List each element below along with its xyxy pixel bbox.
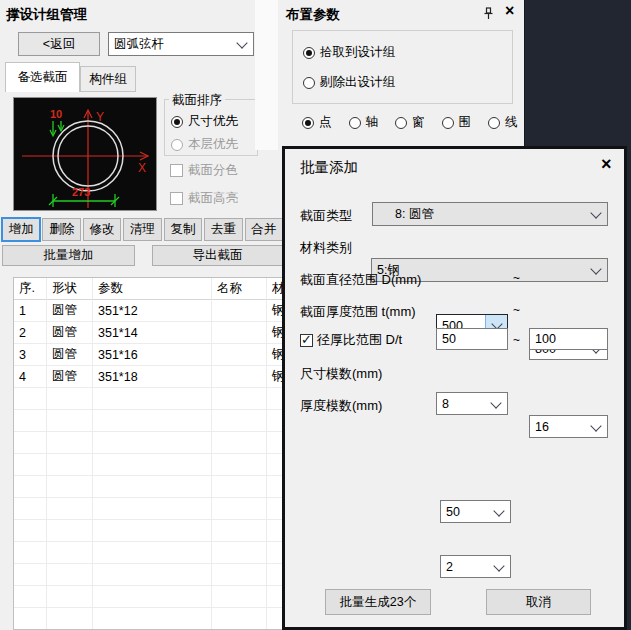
checkbox-label: 截面分色 (188, 162, 238, 179)
dialog-close-icon[interactable]: × (601, 157, 612, 171)
table-row-empty (14, 520, 283, 542)
delete-button[interactable]: 删除 (42, 218, 80, 241)
radio-icon (171, 139, 183, 151)
chevron-down-icon (590, 207, 601, 218)
clean-button[interactable]: 清理 (123, 218, 161, 241)
batch-add-dialog: 批量添加 × 截面类型 8: 圆管 材料类别 5:钢 截面直径范围 D(mm) … (282, 146, 627, 630)
table-row[interactable]: 4 圆管 351*18 钢 (14, 366, 283, 388)
chevron-down-icon (236, 37, 247, 48)
ratio-range-option[interactable]: 径厚比范围 D/t (300, 331, 402, 349)
merge-button[interactable]: 合并 (245, 218, 283, 241)
layout-panel-title: 布置参数 (286, 6, 340, 24)
radio-icon (303, 77, 315, 89)
bulk-add-button[interactable]: 批量增加 (2, 245, 135, 266)
radio-icon (303, 47, 315, 59)
thick-module-combo[interactable]: 2 (440, 555, 511, 578)
table-row[interactable]: 2 圆管 351*14 钢 (14, 322, 283, 344)
dialog-title: 批量添加 (300, 158, 358, 177)
table-header-row: 序. 形状 参数 名称 材质 (14, 278, 283, 300)
checkbox-icon (170, 164, 183, 177)
workspace-gap (255, 0, 278, 150)
checkbox-label: 截面高亮 (188, 190, 238, 207)
col-material: 材质 (267, 278, 283, 300)
table-row-empty (14, 410, 283, 432)
section-type-value: 8: 圆管 (395, 206, 434, 223)
action-button-row: 增加 删除 修改 清理 复制 去重 合并 (2, 218, 283, 241)
tab-member-groups[interactable]: 构件组 (80, 66, 136, 92)
radio-pick-window[interactable]: 窗 (395, 114, 425, 131)
copy-button[interactable]: 复制 (164, 218, 202, 241)
table-row-empty (14, 454, 283, 476)
col-shape: 形状 (47, 278, 93, 300)
checkbox-section-highlight: 截面高亮 (170, 190, 238, 207)
col-params: 参数 (93, 278, 212, 300)
checkbox-icon (170, 192, 183, 205)
range-tilde: ~ (513, 333, 520, 347)
radio-size-priority[interactable]: 尺寸优先 (171, 113, 238, 130)
table-row-empty (14, 542, 283, 564)
radio-pick-point[interactable]: 点 (302, 114, 332, 131)
batch-generate-button[interactable]: 批量生成23个 (325, 589, 431, 615)
thickness-from-combo[interactable]: 8 (436, 392, 508, 415)
size-module-value: 50 (446, 505, 460, 519)
back-button[interactable]: <返回 (18, 32, 100, 56)
checkbox-icon[interactable] (300, 334, 313, 347)
pick-mode-row: 点 轴 窗 围 线 (302, 114, 518, 131)
checkbox-section-color: 截面分色 (170, 162, 238, 179)
radio-label: 拾取到设计组 (320, 44, 395, 61)
col-index: 序. (14, 278, 47, 300)
section-type-label: 截面类型 (300, 207, 352, 225)
radio-icon (171, 116, 183, 128)
table-row[interactable]: 3 圆管 351*16 钢 (14, 344, 283, 366)
radio-pick-line[interactable]: 线 (488, 114, 518, 131)
thickness-range-label: 截面厚度范围 t(mm) (300, 303, 416, 321)
size-module-combo[interactable]: 50 (440, 500, 511, 523)
radio-pick-fence[interactable]: 围 (442, 114, 472, 131)
chevron-down-icon (590, 263, 601, 274)
table-row-empty (14, 388, 283, 410)
radio-pick-into-group[interactable]: 拾取到设计组 (303, 44, 395, 61)
section-type-dropdown[interactable]: 8: 圆管 (372, 202, 608, 226)
radio-icon (488, 117, 500, 129)
export-sections-button[interactable]: 导出截面 (152, 245, 283, 266)
ratio-from-input[interactable]: 50 (436, 328, 508, 350)
tab-label: 构件组 (89, 71, 127, 88)
ratio-range-label: 径厚比范围 D/t (317, 331, 402, 349)
radio-pick-axis[interactable]: 轴 (349, 114, 379, 131)
add-button[interactable]: 增加 (2, 218, 40, 241)
size-module-label: 尺寸模数(mm) (300, 365, 382, 383)
section-preview-drawing: Y X 10 273 (14, 98, 156, 210)
radio-remove-from-group[interactable]: 剔除出设计组 (303, 74, 395, 91)
thick-module-value: 2 (446, 560, 453, 574)
section-sort-group: 截面排序 尺寸优先 本层优先 (164, 99, 258, 156)
pin-icon[interactable] (483, 7, 494, 23)
material-label: 材料类别 (300, 239, 352, 257)
layout-panel-close-icon[interactable]: × (505, 4, 514, 18)
sort-group-title: 截面排序 (169, 92, 225, 109)
radio-layer-priority: 本层优先 (171, 136, 238, 153)
diameter-range-label: 截面直径范围 D(mm) (300, 271, 421, 289)
dedupe-button[interactable]: 去重 (204, 218, 242, 241)
radio-label: 窗 (412, 114, 425, 131)
table-row-empty (14, 476, 283, 498)
tab-candidate-sections[interactable]: 备选截面 (5, 62, 80, 92)
radio-label: 围 (459, 114, 472, 131)
table-row[interactable]: 1 圆管 351*12 钢 (14, 300, 283, 322)
radio-label: 尺寸优先 (188, 113, 238, 130)
radio-label: 剔除出设计组 (320, 74, 395, 91)
thickness-to-combo[interactable]: 16 (529, 415, 608, 438)
thickness-from-value: 8 (442, 397, 449, 411)
panel-title: 撑设计组管理 (6, 6, 87, 24)
modify-button[interactable]: 修改 (83, 218, 121, 241)
tab-label: 备选截面 (18, 69, 68, 86)
chevron-down-icon (493, 505, 504, 516)
ratio-to-input[interactable]: 100 (529, 328, 608, 350)
cancel-button[interactable]: 取消 (486, 589, 591, 615)
axis-x-label: X (138, 161, 146, 175)
design-group-dropdown[interactable]: 圆弧弦杆 (108, 32, 254, 56)
chevron-down-icon (493, 560, 504, 571)
sections-table: 序. 形状 参数 名称 材质 1 圆管 351*12 钢 2 圆管 351*14… (13, 277, 283, 630)
col-name: 名称 (212, 278, 267, 300)
dim-thickness-label: 10 (50, 108, 62, 120)
radio-label: 本层优先 (188, 136, 238, 153)
